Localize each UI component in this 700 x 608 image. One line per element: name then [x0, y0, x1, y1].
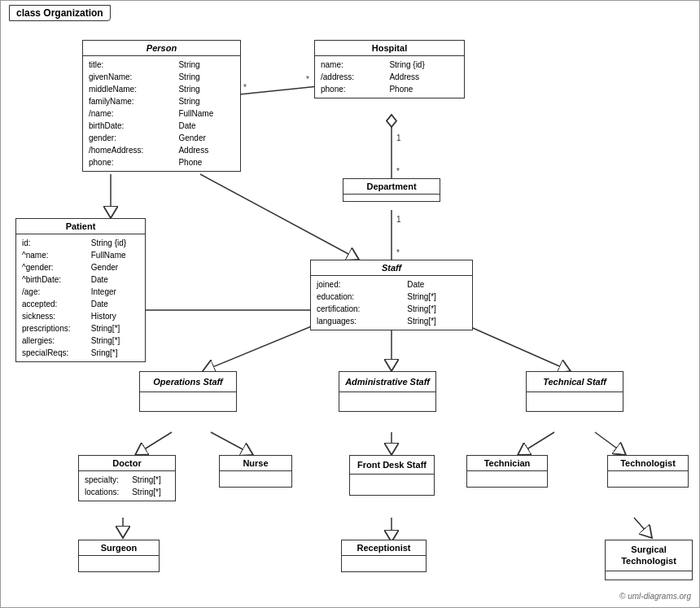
class-front-desk-staff: Front Desk Staff: [349, 455, 435, 496]
class-technician: Technician: [466, 455, 548, 488]
copyright: © uml-diagrams.org: [619, 592, 691, 601]
svg-text:*: *: [396, 248, 400, 257]
class-technologist-name: Technologist: [608, 456, 688, 471]
class-nurse: Nurse: [219, 455, 292, 488]
class-patient: Patient id:String {id} ^name:FullName ^g…: [15, 218, 146, 362]
class-staff-attrs: joined:Date education:String[*] certific…: [311, 276, 472, 330]
class-technician-name: Technician: [467, 456, 547, 471]
diagram-container: class Organization * * 1 * 1 *: [0, 0, 700, 608]
class-receptionist-name: Receptionist: [342, 540, 426, 556]
class-technical-staff: Technical Staff: [526, 371, 623, 412]
class-staff-name: Staff: [311, 260, 472, 276]
class-hospital-attrs: name:String {id} /address:Address phone:…: [315, 56, 464, 98]
svg-text:1: 1: [396, 215, 401, 224]
class-department-attrs: [343, 195, 440, 201]
class-front-desk-staff-name: Front Desk Staff: [350, 456, 434, 475]
class-staff: Staff joined:Date education:String[*] ce…: [310, 260, 473, 330]
svg-text:*: *: [306, 75, 309, 84]
svg-line-24: [634, 518, 652, 538]
class-department-name: Department: [343, 179, 440, 195]
svg-line-10: [200, 174, 359, 260]
class-technologist: Technologist: [607, 455, 689, 488]
class-doctor: Doctor specialty:String[*] locations:Str…: [78, 455, 176, 501]
class-surgical-technologist-name: Surgical Technologist: [606, 540, 692, 571]
class-administrative-staff: Administrative Staff: [339, 371, 436, 412]
class-receptionist: Receptionist: [341, 540, 427, 572]
class-surgeon: Surgeon: [78, 540, 160, 572]
class-operations-staff: Operations Staff: [139, 371, 237, 412]
class-surgical-technologist: Surgical Technologist: [605, 540, 693, 580]
class-department: Department: [343, 178, 440, 202]
svg-text:*: *: [396, 167, 400, 176]
class-person-attrs: title:String givenName:String middleName…: [83, 56, 240, 171]
svg-line-17: [135, 432, 172, 455]
class-technical-staff-name: Technical Staff: [527, 372, 623, 392]
svg-text:*: *: [243, 83, 247, 92]
class-surgeon-name: Surgeon: [79, 540, 159, 556]
class-person: Person title:String givenName:String mid…: [82, 40, 241, 172]
svg-line-18: [211, 432, 253, 455]
class-patient-attrs: id:String {id} ^name:FullName ^gender:Ge…: [16, 234, 145, 361]
class-doctor-name: Doctor: [79, 456, 175, 471]
svg-line-21: [595, 432, 626, 455]
class-nurse-name: Nurse: [220, 456, 291, 471]
class-administrative-staff-name: Administrative Staff: [339, 372, 435, 392]
class-hospital: Hospital name:String {id} /address:Addre…: [314, 40, 465, 98]
diagram-title: class Organization: [9, 5, 111, 21]
class-person-name: Person: [83, 41, 240, 56]
class-operations-staff-name: Operations Staff: [140, 372, 236, 392]
class-hospital-name: Hospital: [315, 41, 464, 56]
svg-line-0: [239, 86, 318, 94]
svg-line-20: [518, 432, 554, 455]
svg-text:1: 1: [396, 133, 401, 142]
class-doctor-attrs: specialty:String[*] locations:String[*]: [79, 471, 175, 501]
class-patient-name: Patient: [16, 219, 145, 234]
